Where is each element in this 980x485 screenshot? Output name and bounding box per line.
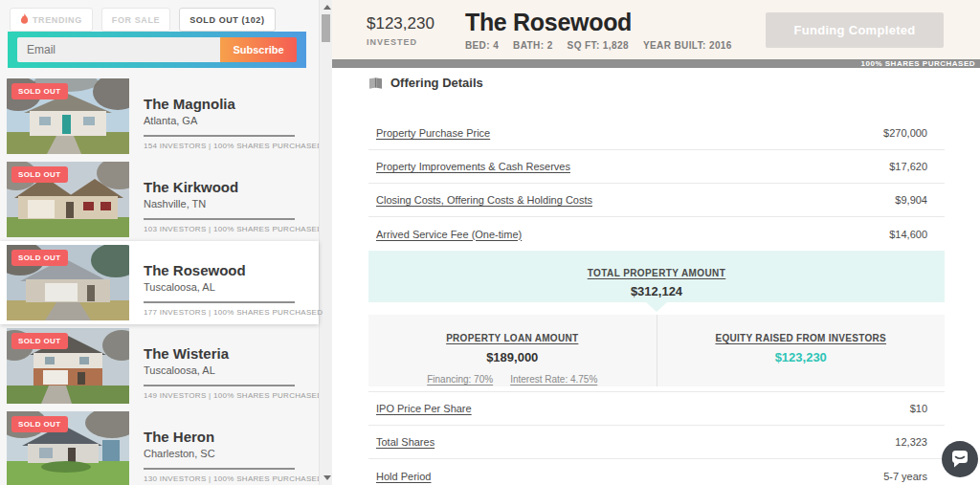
property-list-sidebar: TRENDING FOR SALE SOLD OUT (102) Subscri… xyxy=(0,0,319,485)
total-amount-value: $312,124 xyxy=(368,284,945,298)
property-photo: SOLD OUT xyxy=(7,245,129,320)
listing-info: The Heron Charleston, SC 130 INVESTORS |… xyxy=(129,408,292,485)
sold-out-badge: SOLD OUT xyxy=(11,416,68,432)
title-block: The Rosewood BED: 4 BATH: 2 SQ FT: 1,828… xyxy=(434,0,732,51)
listing-name: The Rosewood xyxy=(144,262,292,278)
invested-block: $123,230 INVESTED xyxy=(332,0,434,47)
loan-amount-value: $189,000 xyxy=(368,350,657,364)
section-title: Offering Details xyxy=(368,76,945,90)
arrived-homes-app: TRENDING FOR SALE SOLD OUT (102) Subscri… xyxy=(0,0,980,485)
tab-trending[interactable]: TRENDING xyxy=(10,8,93,32)
listing-the-wisteria[interactable]: SOLD OUT The Wisteria Tuscaloosa, AL 149… xyxy=(0,324,319,408)
row-value: 5-7 years xyxy=(883,471,945,482)
listing-location: Nashville, TN xyxy=(144,198,292,209)
listing-divider xyxy=(144,135,295,137)
property-detail-panel: $123,230 INVESTED The Rosewood BED: 4 BA… xyxy=(332,0,980,485)
tab-sold-out[interactable]: SOLD OUT (102) xyxy=(179,8,275,32)
sidebar-scrollbar[interactable] xyxy=(319,0,332,485)
property-photo: SOLD OUT xyxy=(7,162,129,237)
table-row: IPO Price Per Share $10 xyxy=(368,392,945,426)
subscribe-button[interactable]: Subscribe xyxy=(220,37,297,62)
row-value: $9,904 xyxy=(895,194,945,206)
listing-name: The Heron xyxy=(144,429,292,445)
listing-stats: 149 INVESTORS | 100% SHARES PURCHASED xyxy=(144,391,292,400)
sold-out-badge: SOLD OUT xyxy=(11,333,68,349)
loan-sub-links: Financing: 70% Interest Rate: 4.75% xyxy=(368,374,657,385)
tab-label: FOR SALE xyxy=(112,15,160,25)
row-label-link[interactable]: Property Improvements & Cash Reserves xyxy=(368,161,570,172)
row-value: $17,620 xyxy=(889,161,945,172)
property-photo: SOLD OUT xyxy=(7,411,129,485)
listing-the-magnolia[interactable]: SOLD OUT The Magnolia Atlanta, GA 154 IN… xyxy=(0,75,319,158)
email-input[interactable] xyxy=(17,37,220,62)
tab-for-sale[interactable]: FOR SALE xyxy=(101,8,170,32)
listing-stats: 154 INVESTORS | 100% SHARES PURCHASED xyxy=(144,142,292,150)
listing-stats: 103 INVESTORS | 100% SHARES PURCHASED xyxy=(144,225,292,233)
offering-table-bottom: IPO Price Per Share $10 Total Shares 12,… xyxy=(368,391,945,485)
listing-divider xyxy=(144,468,295,470)
total-amount-label-link[interactable]: TOTAL PROPERTY AMOUNT xyxy=(588,268,726,278)
listing-info: The Rosewood Tuscaloosa, AL 177 INVESTOR… xyxy=(129,241,292,324)
interest-rate-link[interactable]: Interest Rate: 4.75% xyxy=(510,374,597,385)
row-label-link[interactable]: Closing Costs, Offering Costs & Holding … xyxy=(368,194,592,206)
listing-info: The Kirkwood Nashville, TN 103 INVESTORS… xyxy=(129,158,292,241)
spec-bed: BED: 4 xyxy=(465,40,499,51)
listing-location: Tuscaloosa, AL xyxy=(144,364,292,376)
property-photo: SOLD OUT xyxy=(7,78,129,154)
chat-launcher-button[interactable] xyxy=(942,441,978,477)
sold-out-badge: SOLD OUT xyxy=(11,166,68,183)
loan-column: PROPERTY LOAN AMOUNT $189,000 Financing:… xyxy=(368,315,657,386)
row-value: 12,323 xyxy=(895,436,945,448)
scrollbar-thumb[interactable] xyxy=(322,14,330,42)
email-subscribe-bar: Subscribe xyxy=(8,32,306,68)
listing-name: The Magnolia xyxy=(144,96,292,112)
section-title-text: Offering Details xyxy=(390,76,483,90)
table-row: Property Improvements & Cash Reserves $1… xyxy=(368,150,945,184)
sold-out-badge: SOLD OUT xyxy=(11,250,68,266)
listing-divider xyxy=(144,218,295,220)
spec-sqft: SQ FT: 1,828 xyxy=(568,40,629,51)
flame-icon xyxy=(20,13,29,26)
shares-progress-label: 100% SHARES PURCHASED xyxy=(861,59,980,68)
loan-equity-box: PROPERTY LOAN AMOUNT $189,000 Financing:… xyxy=(368,315,945,386)
scroll-up-arrow[interactable] xyxy=(323,5,331,10)
spec-year-built: YEAR BUILT: 2016 xyxy=(643,40,732,51)
row-label-link[interactable]: Hold Period xyxy=(368,471,431,482)
row-label-link[interactable]: IPO Price Per Share xyxy=(368,403,472,414)
financing-link[interactable]: Financing: 70% xyxy=(427,374,493,385)
row-label-link[interactable]: Property Purchase Price xyxy=(368,127,490,139)
offering-details-section: Offering Details Property Purchase Price… xyxy=(332,68,945,485)
table-row: Total Shares 12,323 xyxy=(368,426,945,459)
listing-the-kirkwood[interactable]: SOLD OUT The Kirkwood Nashville, TN 103 … xyxy=(0,158,319,241)
scroll-down-arrow[interactable] xyxy=(323,475,331,480)
funding-completed-button[interactable]: Funding Completed xyxy=(766,12,944,48)
equity-value: $123,230 xyxy=(657,350,946,364)
listing-location: Atlanta, GA xyxy=(144,115,292,126)
listing-info: The Magnolia Atlanta, GA 154 INVESTORS |… xyxy=(129,75,292,158)
equity-column: EQUITY RAISED FROM INVESTORS $123,230 xyxy=(657,315,946,386)
property-listings: SOLD OUT The Magnolia Atlanta, GA 154 IN… xyxy=(0,75,319,485)
table-row: Hold Period 5-7 years xyxy=(368,459,945,485)
total-property-amount-box: TOTAL PROPERTY AMOUNT $312,124 xyxy=(368,251,945,302)
listing-location: Tuscaloosa, AL xyxy=(144,281,292,293)
row-value: $14,600 xyxy=(889,229,945,240)
listing-name: The Kirkwood xyxy=(144,179,292,195)
invested-amount: $123,230 xyxy=(367,14,434,33)
equity-label-link[interactable]: EQUITY RAISED FROM INVESTORS xyxy=(715,333,886,343)
chat-bubble-icon xyxy=(942,441,978,477)
property-photo: SOLD OUT xyxy=(7,328,129,404)
listing-divider xyxy=(144,301,295,303)
page-title: The Rosewood xyxy=(465,9,732,36)
table-row: Property Purchase Price $270,000 xyxy=(368,117,945,150)
table-row: Arrived Service Fee (One-time) $14,600 xyxy=(368,217,945,251)
listing-the-heron[interactable]: SOLD OUT The Heron Charleston, SC 130 IN… xyxy=(0,408,319,485)
listing-the-rosewood[interactable]: SOLD OUT The Rosewood Tuscaloosa, AL 177… xyxy=(0,241,319,324)
property-header: $123,230 INVESTED The Rosewood BED: 4 BA… xyxy=(332,0,980,59)
loan-amount-label-link[interactable]: PROPERTY LOAN AMOUNT xyxy=(446,333,578,343)
row-value: $10 xyxy=(910,403,945,414)
row-label-link[interactable]: Arrived Service Fee (One-time) xyxy=(368,229,522,240)
invested-label: INVESTED xyxy=(367,37,434,47)
down-arrow-pointer xyxy=(646,302,667,312)
row-label-link[interactable]: Total Shares xyxy=(368,436,434,448)
shares-progress-bar: 100% SHARES PURCHASED xyxy=(332,59,980,68)
